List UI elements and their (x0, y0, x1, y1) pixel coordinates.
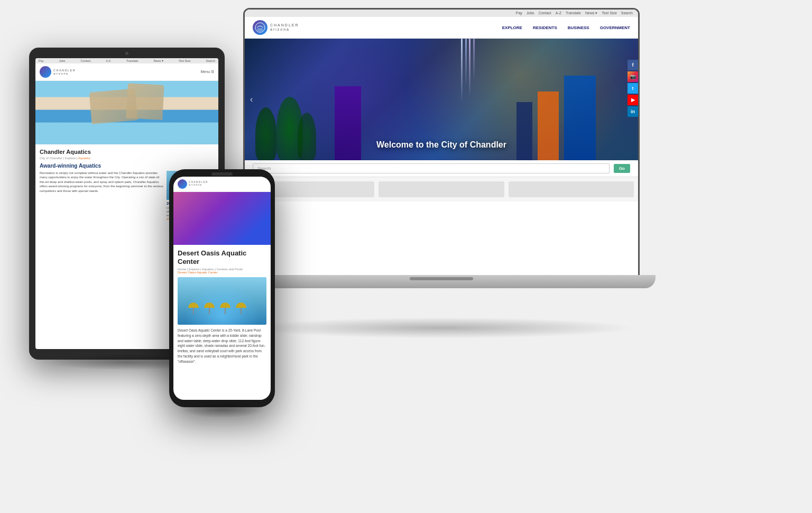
instagram-icon[interactable]: 📷 (628, 71, 638, 82)
phone-pool-image-content (178, 277, 266, 325)
laptop-hero-title: Welcome to the City of Chandler (376, 140, 506, 160)
tablet-tb-jobs[interactable]: Jobs (59, 59, 66, 62)
phone-navbar: CHANDLER arizona (173, 177, 271, 192)
tablet-camera (125, 52, 128, 55)
umbrella-1 (188, 303, 199, 314)
laptop-search-bar: Search Go (245, 160, 638, 177)
laptop-nav-explore[interactable]: EXPLORE (502, 25, 522, 30)
laptop-nav-residents[interactable]: RESIDENTS (533, 25, 557, 30)
phone-hero (173, 192, 271, 245)
phone-logo-icon (178, 179, 187, 189)
tablet-tb-translate[interactable]: Translate (126, 59, 139, 62)
twitter-icon[interactable]: t (628, 83, 638, 94)
tablet-tb-search[interactable]: Search (206, 59, 215, 62)
laptop-logo[interactable]: CHANDLER arizona (253, 20, 299, 35)
phone-breadcrumb: Home | Explore | Aquatics | Centers and … (178, 268, 266, 274)
phone-logo-text: CHANDLER arizona (189, 181, 208, 187)
facebook-icon[interactable]: f (628, 60, 638, 70)
tablet-topbar: Pay Jobs Contact A-Z Translate News ▾ Te… (35, 58, 218, 63)
laptop-search-go-button[interactable]: Go (614, 164, 630, 173)
umbrella-4 (236, 303, 246, 314)
tablet-waterpark-image (35, 81, 218, 144)
youtube-icon[interactable]: ▶ (628, 95, 638, 105)
laptop-hero: ‹ Welcome to the City of Chandler › f 📷 … (245, 39, 638, 160)
laptop-website: Pay Jobs Contact A-Z Translate News ▾ Te… (245, 10, 638, 276)
phone-pool-image (178, 277, 266, 325)
laptop-shadow (249, 317, 634, 338)
tablet-tb-pay[interactable]: Pay (39, 59, 43, 62)
laptop-logo-name: CHANDLER (270, 23, 299, 28)
phone-hero-gradient (173, 192, 271, 245)
phone-shadow (180, 402, 264, 418)
tablet-hero (35, 81, 218, 144)
phone-frame: CHANDLER arizona Desert Oasis Aquatic Ce… (169, 169, 275, 407)
tablet-tb-contact[interactable]: Contact (80, 59, 90, 62)
tablet-breadcrumb: City of Chandler | Explore | Aquatics (40, 157, 214, 160)
laptop-topbar-jobs[interactable]: Jobs (527, 11, 534, 15)
laptop-nav-government[interactable]: GOVERNMENT (600, 25, 630, 30)
tablet-page-title: Chandler Aquatics (40, 149, 214, 155)
laptop-bottom-area (245, 177, 638, 201)
tablet-navbar: CHANDLER arizona Menu ☰ (35, 63, 218, 81)
umbrella-3 (220, 303, 230, 314)
tablet-tb-news[interactable]: News ▾ (154, 59, 163, 62)
phone-bc-active[interactable]: Desert Oasis Aquatic Center (178, 271, 218, 274)
laptop-base (227, 275, 656, 288)
laptop-social-bar: f 📷 t ▶ in (628, 60, 638, 117)
phone-bc-centers[interactable]: Centers and Pools (217, 268, 243, 271)
svg-point-1 (257, 28, 263, 31)
laptop-topbar-news[interactable]: News ▾ (585, 11, 597, 15)
laptop-hero-arrow-left[interactable]: ‹ (250, 95, 253, 104)
tablet-article-title: Award-winning Aquatics (40, 163, 214, 169)
tablet-bc-aquatics[interactable]: Aquatics (78, 157, 90, 160)
tablet-menu-button[interactable]: Menu ☰ (201, 70, 214, 74)
umbrella-2 (204, 303, 215, 314)
laptop-topbar-pay[interactable]: Pay (516, 11, 522, 15)
laptop-search-input[interactable]: Search (253, 163, 610, 173)
tablet-logo[interactable]: CHANDLER arizona (40, 66, 76, 78)
laptop-topbar: Pay Jobs Contact A-Z Translate News ▾ Te… (245, 10, 638, 17)
phone-logo-sub: arizona (189, 184, 208, 187)
phone-content: Desert Oasis Aquatic Center Home | Explo… (173, 245, 271, 368)
laptop-logo-sub: arizona (270, 28, 299, 32)
phone-screen: CHANDLER arizona Desert Oasis Aquatic Ce… (173, 177, 271, 400)
tablet-article-text: Recreation is simply not complete withou… (40, 171, 163, 221)
laptop-screen: Pay Jobs Contact A-Z Translate News ▾ Te… (243, 8, 640, 278)
tablet-bc-city[interactable]: City of Chandler (40, 157, 62, 160)
laptop-navbar: CHANDLER arizona EXPLORE RESIDENTS BUSIN… (245, 17, 638, 39)
laptop-topbar-contact[interactable]: Contact (539, 11, 551, 15)
phone-logo[interactable]: CHANDLER arizona (178, 179, 208, 189)
tablet-logo-icon (40, 66, 51, 78)
tablet-bc-explore[interactable]: Explore (65, 157, 76, 160)
tablet-tb-az[interactable]: A-Z (106, 59, 111, 62)
laptop-topbar-textsize[interactable]: Text Size (602, 11, 616, 15)
phone-description-text: Desert Oasis Aquatic Center is a 25-Yard… (178, 328, 266, 364)
linkedin-icon[interactable]: in (628, 106, 638, 117)
laptop-logo-icon (253, 20, 267, 35)
laptop-topbar-search[interactable]: Search (621, 11, 633, 15)
phone-notch (211, 172, 233, 176)
laptop-nav-business[interactable]: BUSINESS (568, 25, 589, 30)
phone-device: CHANDLER arizona Desert Oasis Aquatic Ce… (169, 169, 275, 407)
tablet-tb-textsize[interactable]: Text Size (179, 59, 190, 62)
laptop-topbar-translate[interactable]: Translate (566, 11, 581, 15)
laptop-logo-text: CHANDLER arizona (270, 23, 299, 31)
tablet-logo-text: CHANDLER arizona (53, 69, 76, 75)
laptop-nav-links: EXPLORE RESIDENTS BUSINESS GOVERNMENT (502, 25, 630, 30)
laptop-device: Pay Jobs Contact A-Z Translate News ▾ Te… (227, 8, 656, 325)
phone-page-title: Desert Oasis Aquatic Center (178, 249, 266, 265)
tablet-logo-sub: arizona (53, 72, 76, 75)
laptop-topbar-az[interactable]: A-Z (556, 11, 561, 15)
